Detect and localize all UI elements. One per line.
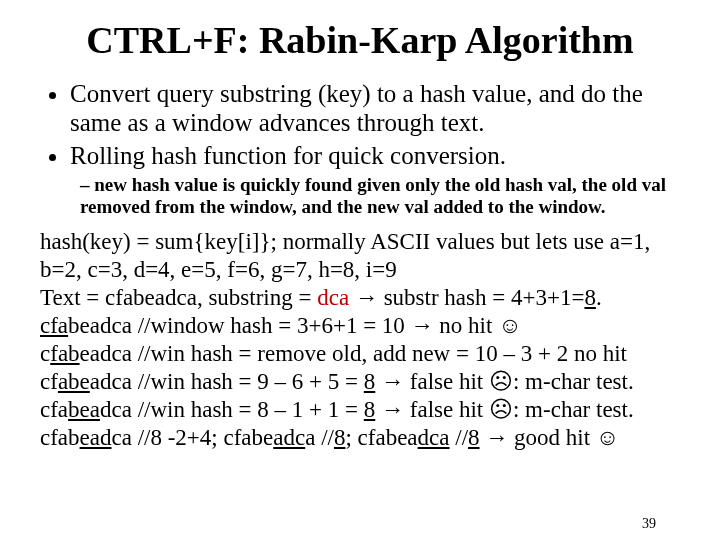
window-underline: abe <box>58 369 90 394</box>
window-line-3: cfabeadca //win hash = 9 – 6 + 5 = 8 → f… <box>40 368 680 396</box>
sub-bullet-list: new hash value is quickly found given on… <box>40 174 680 218</box>
window-pre: c <box>40 341 50 366</box>
window-tail: → good hit ☺ <box>480 425 620 450</box>
window-line-1: cfabeadca //window hash = 3+6+1 = 10 → n… <box>40 312 680 340</box>
hash-result: 8 <box>334 425 346 450</box>
bullet-list: Convert query substring (key) to a hash … <box>40 80 680 170</box>
page-number: 39 <box>642 516 656 532</box>
window-pre: cf <box>40 369 58 394</box>
window-underline: ead <box>80 425 112 450</box>
window-rest: eadca //win hash = remove old, add new =… <box>80 341 627 366</box>
window-line-4: cfabeadca //win hash = 8 – 1 + 1 = 8 → f… <box>40 396 680 424</box>
text-line: Text = cfabeadca, substring = dca → subs… <box>40 284 680 312</box>
window-pre: cfa <box>40 397 68 422</box>
window-tail: → false hit ☹: m-char test. <box>375 397 633 422</box>
text-label: Text = cfabeadca, substring = <box>40 285 317 310</box>
window-line-2: cfabeadca //win hash = remove old, add n… <box>40 340 680 368</box>
window-rest: dca //win hash = 8 – 1 + 1 = <box>100 397 364 422</box>
window-underline: adc <box>273 425 305 450</box>
window-post: ca //8 -2+4; cfabe <box>112 425 274 450</box>
window-post: a // <box>305 425 334 450</box>
hash-result: 8 <box>468 425 480 450</box>
window-underline: dca <box>418 425 450 450</box>
hash-result: 8 <box>584 285 596 310</box>
hash-result: 8 <box>364 397 376 422</box>
arrow-icon: → <box>349 285 384 310</box>
bullet-item: Rolling hash function for quick conversi… <box>70 142 680 171</box>
hash-result: 8 <box>364 369 376 394</box>
window-underline: bea <box>68 397 100 422</box>
slide-title: CTRL+F: Rabin-Karp Algorithm <box>40 18 680 62</box>
bullet-item: Convert query substring (key) to a hash … <box>70 80 680 138</box>
window-tail: → false hit ☹: m-char test. <box>375 369 633 394</box>
window-post: // <box>450 425 469 450</box>
body-text: hash(key) = sum{key[i]}; normally ASCII … <box>40 228 680 452</box>
window-rest: adca //win hash = 9 – 6 + 5 = <box>90 369 364 394</box>
substr-hash-label: substr hash = <box>384 285 511 310</box>
substr-hash-expr: 4+3+1= <box>511 285 584 310</box>
window-line-5: cfabeadca //8 -2+4; cfabeadca //8; cfabe… <box>40 424 680 452</box>
window-pre: cfab <box>40 425 80 450</box>
sub-bullet-item: new hash value is quickly found given on… <box>80 174 680 218</box>
window-rest: beadca //window hash = 3+6+1 = 10 → no h… <box>68 313 522 338</box>
substring-value: dca <box>317 285 349 310</box>
slide: CTRL+F: Rabin-Karp Algorithm Convert que… <box>0 0 720 540</box>
window-underline: fab <box>50 341 79 366</box>
window-underline: cfa <box>40 313 68 338</box>
window-mid: ; cfabea <box>345 425 417 450</box>
hash-definition: hash(key) = sum{key[i]}; normally ASCII … <box>40 228 680 284</box>
